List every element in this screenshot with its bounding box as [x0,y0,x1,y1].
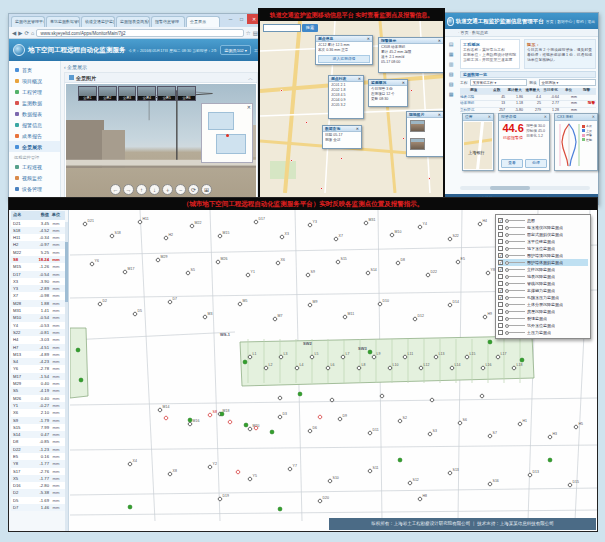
layer-row[interactable]: 水平位移监测点 [498,238,588,245]
layer-checkbox[interactable] [498,323,503,328]
table-scrollbar[interactable] [65,222,68,531]
point-cross-icon[interactable]: M31 [364,218,376,225]
layer-row[interactable]: 固定式测斜仪监测点 [498,231,588,238]
point-cross-icon[interactable]: H11 [138,217,149,224]
point-cross-icon[interactable]: S3 [428,429,437,436]
map-info-window[interactable]: 测点列表✕JC01 2.1JC02 1.8JC03 4.5JC04 0.9JC0… [328,75,364,119]
point-cross-icon[interactable]: D11 [368,428,379,435]
point-cross-icon[interactable]: D8 [396,258,406,265]
opacity-slider[interactable] [505,220,525,221]
point-normal-icon[interactable] [270,430,274,434]
layer-row[interactable]: 坑外水位监测点 [498,322,588,329]
point-row[interactable]: S17-2.76mm [11,468,65,475]
map-search-button[interactable]: 搜索 [302,24,318,32]
opacity-slider[interactable] [505,262,525,263]
point-cross-icon[interactable]: M9 [308,300,318,307]
sidebar-item[interactable]: 工程巡视 [9,161,60,172]
point-cross-icon[interactable]: H1 [518,419,528,426]
layer-row[interactable]: ✓立柱沉降监测点 [498,266,588,273]
handle-alarm-button[interactable]: 处理 [525,159,547,168]
minimize-button[interactable]: ─ [225,14,236,24]
point-row[interactable]: D17-0.54mm [11,271,65,278]
point-cross-icon[interactable]: D6 [308,426,318,433]
point-row[interactable]: H7-4.51mm [11,344,65,351]
layer-row[interactable]: 电水准仪沉降监测点 [498,224,588,231]
close-icon[interactable]: ✕ [438,112,441,117]
opacity-slider[interactable] [505,248,525,249]
point-normal-icon[interactable] [128,505,132,509]
point-row[interactable]: H2-0.97mm [11,241,65,248]
rail-icon[interactable]: ▤ [449,41,454,47]
opacity-slider[interactable] [505,290,525,291]
point-normal-icon[interactable] [244,423,248,427]
close-icon[interactable]: ✕ [438,38,441,43]
layer-row[interactable]: 裂缝监测点 [498,315,588,322]
zoom-out-button[interactable]: － [175,184,186,195]
point-row[interactable]: M15-1.26mm [11,263,65,270]
map-info-window[interactable]: 现场照片✕ [406,111,443,157]
point-cross-icon[interactable]: M10 [390,230,402,237]
web-map[interactable]: 搜索 测点信息✕JC12 累计 12.5 mm本次 0.36 mm 正常进入监测… [260,21,443,193]
point-cross-icon[interactable]: D20 [318,496,329,503]
layer-checkbox[interactable] [498,225,503,230]
browser-tab[interactable]: 监测信息管理平台 [11,16,45,27]
point-cross-icon[interactable]: D5 [133,309,143,316]
point-cross-icon[interactable]: M14 [158,405,170,412]
point-row[interactable]: S4-4.23mm [11,358,65,365]
back-icon[interactable]: ◀ [12,30,16,36]
layer-checkbox[interactable] [498,330,503,335]
pan-down-button[interactable]: ↓ [149,184,160,195]
layer-row[interactable]: 地下水位监测点 [498,245,588,252]
point-cross-icon[interactable]: X7 [334,234,343,241]
opacity-slider[interactable] [505,311,525,312]
layer-row[interactable]: 土体分层沉降监测点 [498,301,588,308]
alarm-marker-icon[interactable] [290,159,293,162]
point-row[interactable]: D5-1.69mm [11,497,65,504]
point-cross-icon[interactable]: D22 [426,270,437,277]
point-cross-icon[interactable]: S5 [186,268,195,275]
point-cross-icon[interactable]: M3 [203,312,213,319]
point-cross-icon[interactable]: M29 [156,255,168,262]
rotate-button[interactable]: ⟳ [188,184,199,195]
alarm-marker-icon[interactable] [280,89,283,92]
point-cross-icon[interactable]: M22 [190,221,202,228]
table-row[interactable]: 墙体测斜131.18252.77mm报警 [460,101,596,108]
point-cross-icon[interactable]: D12 [413,314,424,321]
point-cross-icon[interactable] [278,396,283,401]
sidebar-item[interactable]: 项目概况 [9,75,60,86]
mini-map[interactable]: 上海银行 [464,122,492,169]
close-icon[interactable]: ✕ [402,80,405,85]
point-row[interactable]: Y8-1.77mm [11,460,65,467]
layer-row[interactable]: ✓围护墙体测斜监测点 [498,259,588,266]
layer-checkbox[interactable] [498,281,503,286]
layer-checkbox[interactable] [498,316,503,321]
layer-checkbox[interactable]: ✓ [498,288,503,293]
project-filter-select[interactable]: 某深基坑工程 ▾ [470,79,527,86]
panorama-thumbnail[interactable]: 全景4 [137,86,156,101]
sidebar-item[interactable]: 视频监控 [9,172,60,183]
point-row[interactable]: D16-2.80mm [11,482,65,489]
opacity-slider[interactable] [505,297,525,298]
star-icon[interactable]: ☆ [246,30,251,36]
panorama-thumbnail[interactable]: 全景5 [157,86,176,101]
point-row[interactable]: Y4-0.53mm [11,322,65,329]
opacity-slider[interactable] [505,318,525,319]
point-cross-icon[interactable]: S11 [368,466,379,473]
close-icon[interactable]: ✕ [592,114,595,120]
layer-checkbox[interactable] [498,246,503,251]
point-cross-icon[interactable]: M7 [273,314,283,321]
rail-icon[interactable]: ▨ [449,81,454,87]
point-cross-icon[interactable]: Y1 [246,270,255,277]
point-cross-icon[interactable]: S10 [328,476,339,483]
point-cross-icon[interactable]: D15 [568,480,579,487]
layer-row[interactable]: ✓支撑轴力监测点 [498,287,588,294]
point-cross-icon[interactable]: S14 [366,268,377,275]
point-cross-icon[interactable]: Y3 [308,220,317,227]
point-row[interactable]: Y3-2.89mm [11,285,65,292]
point-row[interactable]: M10-0.54mm [11,314,65,321]
rail-icon[interactable]: ▦ [449,51,454,57]
point-cross-icon[interactable] [430,398,435,403]
point-cross-icon[interactable]: S22 [448,234,459,241]
layer-row[interactable]: ✓孔隙水压力监测点 [498,294,588,301]
point-normal-icon[interactable] [398,458,402,462]
